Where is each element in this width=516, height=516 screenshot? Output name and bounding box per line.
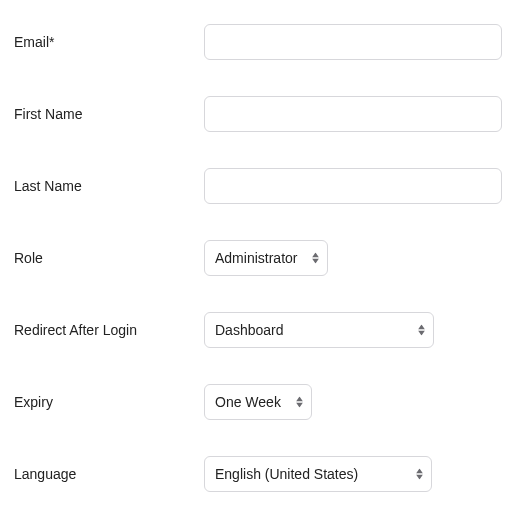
expiry-select[interactable]: One Week <box>204 384 312 420</box>
updown-icon <box>312 253 319 264</box>
language-label: Language <box>14 466 204 482</box>
language-select[interactable]: English (United States) <box>204 456 432 492</box>
expiry-select-value: One Week <box>215 394 281 410</box>
expiry-label: Expiry <box>14 394 204 410</box>
updown-icon <box>418 325 425 336</box>
redirect-select[interactable]: Dashboard <box>204 312 434 348</box>
redirect-select-value: Dashboard <box>215 322 284 338</box>
email-label: Email* <box>14 34 204 50</box>
first-name-label: First Name <box>14 106 204 122</box>
email-field[interactable] <box>204 24 502 60</box>
role-select-value: Administrator <box>215 250 297 266</box>
last-name-field[interactable] <box>204 168 502 204</box>
role-label: Role <box>14 250 204 266</box>
updown-icon <box>416 469 423 480</box>
redirect-label: Redirect After Login <box>14 322 204 338</box>
first-name-field[interactable] <box>204 96 502 132</box>
updown-icon <box>296 397 303 408</box>
language-select-value: English (United States) <box>215 466 358 482</box>
role-select[interactable]: Administrator <box>204 240 328 276</box>
last-name-label: Last Name <box>14 178 204 194</box>
